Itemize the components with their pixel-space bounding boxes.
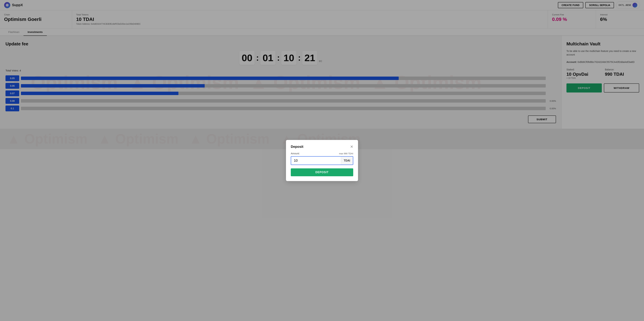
currency-label: TDAI (341, 157, 353, 164)
modal-deposit-button[interactable]: DEPOSIT (291, 168, 353, 176)
modal-amount-label-row: Amount: max 990 TDAI (291, 152, 353, 155)
modal-header: Deposit ✕ (291, 145, 353, 149)
modal-max-label: max 990 TDAI (339, 152, 353, 155)
modal-close-button[interactable]: ✕ (350, 145, 353, 149)
amount-label: Amount: (291, 152, 300, 155)
deposit-modal: Deposit ✕ Amount: max 990 TDAI TDAI DEPO… (286, 140, 358, 181)
modal-input-row: TDAI (291, 156, 353, 165)
modal-title: Deposit (291, 145, 303, 149)
modal-overlay[interactable]: Deposit ✕ Amount: max 990 TDAI TDAI DEPO… (0, 0, 644, 321)
amount-input[interactable] (291, 157, 341, 164)
